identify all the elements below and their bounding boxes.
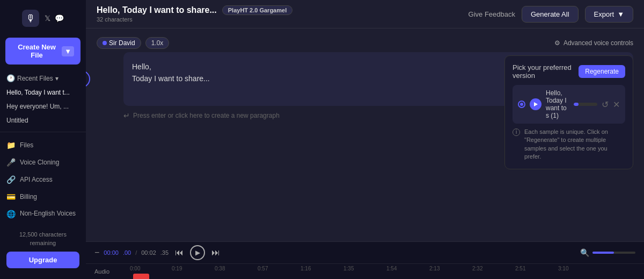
voice-selector[interactable]: Sir David bbox=[97, 37, 141, 49]
sidebar-item-files[interactable]: 📁 Files bbox=[0, 137, 86, 154]
app-logo: 🎙 bbox=[22, 10, 39, 27]
zoom-icon: 🔍 bbox=[580, 248, 589, 257]
ruler-tick-9: 2:51 bbox=[515, 266, 525, 271]
export-button[interactable]: Export ▼ bbox=[585, 6, 633, 23]
topbar-left: Hello, Today I want to share... PlayHT 2… bbox=[97, 5, 292, 23]
billing-icon: 💳 bbox=[6, 192, 16, 201]
twitter-icon[interactable]: 𝕏 bbox=[45, 14, 50, 23]
export-chevron-icon: ▼ bbox=[617, 10, 624, 18]
ruler-tick-4: 1:16 bbox=[301, 266, 311, 271]
time-separator: / bbox=[135, 249, 137, 256]
char-count: 32 characters bbox=[97, 16, 292, 23]
version-waveform-fill bbox=[574, 103, 579, 106]
sidebar-item-billing[interactable]: 💳 Billing bbox=[0, 188, 86, 205]
regenerate-popup: Pick your preferred version Regenerate H… bbox=[504, 55, 633, 169]
sidebar-bottom: 12,500 characters remaining Upgrade bbox=[0, 225, 86, 274]
create-new-file-button[interactable]: Create New File ▼ bbox=[5, 38, 80, 65]
topbar-right: Give Feedback Generate All Export ▼ bbox=[469, 6, 633, 23]
sidebar: 🎙 𝕏 💬 Create New File ▼ 🕐 Recent Files ▾… bbox=[0, 0, 86, 279]
globe-icon: 🌐 bbox=[6, 210, 16, 218]
version-item[interactable]: Hello, Today I want to s (1) ↺ ✕ bbox=[513, 85, 625, 124]
zoom-controls: 🔍 bbox=[580, 248, 635, 257]
total-ms-display: .35 bbox=[160, 249, 169, 256]
ruler-tick-0: 0:00 bbox=[130, 266, 140, 271]
regen-radio[interactable] bbox=[518, 101, 525, 108]
skip-back-button[interactable]: ⏮ bbox=[173, 246, 186, 259]
regen-info: i Each sample is unique. Click on "Regen… bbox=[513, 128, 625, 161]
audio-clip[interactable] bbox=[133, 274, 149, 279]
ruler-tick-10: 3:10 bbox=[558, 266, 568, 271]
total-time-display: 00:02 bbox=[141, 249, 156, 256]
voice-dot bbox=[103, 41, 107, 45]
ruler-tick-2: 0:38 bbox=[215, 266, 225, 271]
regen-close-icon[interactable]: ↺ bbox=[602, 99, 609, 110]
paragraph-play-button[interactable] bbox=[86, 70, 90, 88]
timeline-play-button[interactable]: ▶ bbox=[190, 245, 205, 260]
ruler-tick-3: 0:57 bbox=[258, 266, 268, 271]
sidebar-item-api-access[interactable]: 🔗 API Access bbox=[0, 171, 86, 188]
ruler-tick-7: 2:13 bbox=[429, 266, 440, 271]
recent-files-header[interactable]: 🕐 Recent Files ▾ bbox=[0, 69, 86, 85]
version-play-button[interactable] bbox=[530, 98, 541, 110]
recent-item-2[interactable]: Hey everyone! Um, ... bbox=[0, 99, 86, 113]
recent-item-3[interactable]: Untitled bbox=[0, 113, 86, 127]
regen-popup-header: Pick your preferred version Regenerate bbox=[513, 63, 625, 80]
voice-cloning-icon: 🎤 bbox=[6, 158, 16, 167]
speed-selector[interactable]: 1.0x bbox=[145, 37, 170, 49]
create-chevron: ▼ bbox=[62, 46, 74, 56]
api-icon: 🔗 bbox=[6, 175, 16, 184]
feedback-button[interactable]: Give Feedback bbox=[469, 10, 515, 18]
regenerate-button[interactable]: Regenerate bbox=[579, 65, 625, 78]
generate-all-button[interactable]: Generate All bbox=[522, 6, 579, 23]
upgrade-button[interactable]: Upgrade bbox=[6, 252, 79, 268]
clock-icon: 🕐 bbox=[6, 74, 15, 82]
ruler-tick-5: 1:35 bbox=[343, 266, 354, 271]
skip-forward-button[interactable]: ⏭ bbox=[209, 246, 222, 259]
current-time-display: 00:00 bbox=[104, 249, 119, 256]
sliders-icon: ⚙ bbox=[554, 39, 560, 47]
version-waveform bbox=[574, 103, 597, 106]
version-play-triangle-icon bbox=[534, 102, 538, 106]
info-icon: i bbox=[513, 128, 520, 136]
enter-icon: ↵ bbox=[123, 111, 130, 120]
ruler-tick-6: 1:54 bbox=[386, 266, 397, 271]
files-icon: 📁 bbox=[6, 141, 16, 149]
audio-label: Audio bbox=[94, 268, 109, 275]
advanced-voice-controls[interactable]: ⚙ Advanced voice controls bbox=[554, 39, 633, 47]
ruler-tick-1: 0:19 bbox=[172, 266, 182, 271]
main-panel: Hello, Today I want to share... PlayHT 2… bbox=[86, 0, 644, 279]
timeline-bar: − 00:00 .00 / 00:02 .35 ⏮ ▶ ⏭ 🔍 Audio bbox=[86, 241, 644, 279]
chars-remaining: 12,500 characters remaining bbox=[6, 231, 79, 247]
sidebar-divider bbox=[0, 132, 86, 132]
logo-area: 🎙 𝕏 💬 bbox=[0, 5, 86, 33]
discord-icon[interactable]: 💬 bbox=[55, 14, 64, 23]
ruler-tick-8: 2:32 bbox=[472, 266, 482, 271]
zoom-track[interactable] bbox=[592, 252, 635, 254]
document-title-row: Hello, Today I want to share... PlayHT 2… bbox=[97, 5, 292, 15]
zoom-out-button[interactable]: − bbox=[94, 248, 99, 257]
current-ms-display: .00 bbox=[123, 249, 131, 256]
sidebar-item-non-english[interactable]: 🌐 Non-English Voices bbox=[0, 205, 86, 223]
model-badge: PlayHT 2.0 Gargamel bbox=[222, 5, 292, 15]
regen-radio-dot bbox=[520, 103, 523, 106]
paragraph-header: Sir David 1.0x ⚙ Advanced voice controls bbox=[97, 37, 633, 49]
editor-area: Sir David 1.0x ⚙ Advanced voice controls… bbox=[86, 28, 644, 241]
recent-item-1[interactable]: Hello, Today I want t... bbox=[0, 85, 86, 99]
topbar: Hello, Today I want to share... PlayHT 2… bbox=[86, 0, 644, 28]
zoom-fill bbox=[592, 252, 614, 254]
regen-delete-icon[interactable]: ✕ bbox=[613, 99, 620, 110]
sidebar-item-voice-cloning[interactable]: 🎤 Voice Cloning bbox=[0, 154, 86, 171]
timeline-controls: − 00:00 .00 / 00:02 .35 ⏮ ▶ ⏭ 🔍 bbox=[86, 242, 644, 264]
document-title: Hello, Today I want to share... bbox=[97, 5, 217, 15]
version-label: Hello, Today I want to s (1) bbox=[546, 89, 569, 119]
regen-popup-title: Pick your preferred version bbox=[513, 63, 579, 80]
